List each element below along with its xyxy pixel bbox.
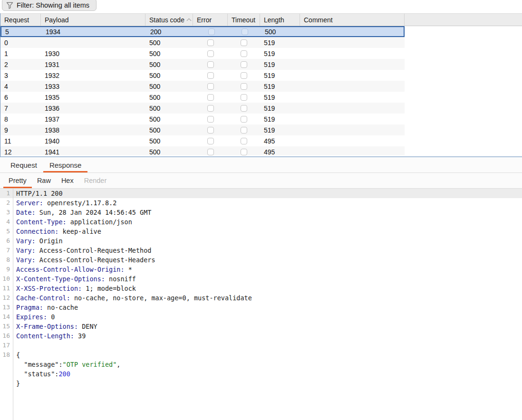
line-number: 7 xyxy=(0,246,10,255)
table-row[interactable]: 81937500519 xyxy=(0,114,405,124)
error-checkbox[interactable] xyxy=(207,50,214,57)
cell-payload: 1938 xyxy=(41,126,145,134)
error-cell xyxy=(194,29,229,35)
column-header-comment[interactable]: Comment xyxy=(300,14,405,26)
error-cell xyxy=(193,149,228,155)
timeout-checkbox[interactable] xyxy=(241,116,247,123)
tab-request[interactable]: Request xyxy=(4,158,43,172)
tab-raw[interactable]: Raw xyxy=(32,173,56,188)
error-checkbox[interactable] xyxy=(207,105,214,112)
code-line: 1HTTP/1.1 200 xyxy=(0,189,522,198)
column-header-request[interactable]: Request xyxy=(0,14,41,26)
error-cell xyxy=(193,61,228,68)
timeout-checkbox[interactable] xyxy=(241,94,247,101)
table-row[interactable]: 0500519 xyxy=(0,37,405,48)
cell-status-code: 500 xyxy=(145,148,193,156)
code-line: 14Expires: 0 xyxy=(0,312,522,322)
timeout-checkbox[interactable] xyxy=(241,83,247,90)
error-checkbox[interactable] xyxy=(207,116,214,123)
cell-length: 519 xyxy=(260,115,300,123)
response-editor[interactable]: 1HTTP/1.1 2002Server: openresty/1.17.8.2… xyxy=(0,189,522,420)
timeout-checkbox[interactable] xyxy=(241,50,247,57)
code-text: X-XSS-Protection: 1; mode=block xyxy=(16,284,136,293)
error-checkbox[interactable] xyxy=(207,61,214,68)
timeout-cell xyxy=(228,39,260,46)
timeout-checkbox[interactable] xyxy=(241,138,247,144)
timeout-checkbox[interactable] xyxy=(241,72,247,79)
error-checkbox[interactable] xyxy=(207,127,214,134)
error-checkbox[interactable] xyxy=(207,138,214,144)
code-line: "message":"OTP verified", xyxy=(0,360,522,369)
code-text: Vary: Access-Control-Request-Headers xyxy=(16,255,155,265)
cell-request: 4 xyxy=(0,83,41,90)
cell-request: 9 xyxy=(0,126,41,134)
table-row[interactable]: 41933500519 xyxy=(0,81,405,92)
table-row[interactable]: 51934200500 xyxy=(0,26,405,37)
line-number: 6 xyxy=(0,236,10,246)
table-row[interactable]: 111940500495 xyxy=(0,135,405,146)
table-row[interactable]: 61935500519 xyxy=(0,92,405,103)
column-header-length[interactable]: Length xyxy=(260,14,300,26)
column-label: Comment xyxy=(304,16,333,24)
column-header-timeout[interactable]: Timeout xyxy=(228,14,260,26)
cell-length: 500 xyxy=(261,28,301,36)
timeout-checkbox[interactable] xyxy=(241,127,247,134)
error-checkbox[interactable] xyxy=(207,149,214,155)
timeout-cell xyxy=(228,116,260,123)
tab-response[interactable]: Response xyxy=(43,158,88,172)
table-row[interactable]: 21931500519 xyxy=(0,59,405,70)
cell-request: 8 xyxy=(0,115,41,123)
filter-label: Filter: Showing all items xyxy=(17,1,89,9)
tab-pretty[interactable]: Pretty xyxy=(3,173,32,188)
line-number: 16 xyxy=(0,331,10,341)
error-checkbox[interactable] xyxy=(207,39,214,46)
line-number: 12 xyxy=(0,293,10,303)
code-line: 11X-XSS-Protection: 1; mode=block xyxy=(0,284,522,293)
timeout-checkbox[interactable] xyxy=(241,149,247,155)
error-checkbox[interactable] xyxy=(207,83,214,90)
column-header-error[interactable]: Error xyxy=(193,14,228,26)
code-line: 6Vary: Origin xyxy=(0,236,522,246)
column-label: Error xyxy=(197,16,212,24)
timeout-cell xyxy=(228,50,260,57)
line-number: 2 xyxy=(0,198,10,208)
code-text: Connection: keep-alive xyxy=(16,227,101,236)
editor-lines: 1HTTP/1.1 2002Server: openresty/1.17.8.2… xyxy=(0,189,522,388)
timeout-checkbox[interactable] xyxy=(241,105,247,112)
column-header-payload[interactable]: Payload xyxy=(41,14,145,26)
table-row[interactable]: 11930500519 xyxy=(0,48,405,59)
line-number: 3 xyxy=(0,208,10,217)
code-text: X-Content-Type-Options: nosniff xyxy=(16,274,136,284)
timeout-cell xyxy=(228,94,260,101)
cell-payload: 1931 xyxy=(41,61,145,68)
cell-payload: 1936 xyxy=(41,105,145,112)
code-line: "status":200 xyxy=(0,369,522,379)
column-label: Length xyxy=(264,16,284,24)
view-tabs: PrettyRawHexRender xyxy=(0,173,522,189)
error-checkbox[interactable] xyxy=(207,94,214,101)
timeout-checkbox[interactable] xyxy=(241,39,247,46)
table-row[interactable]: 31932500519 xyxy=(0,70,405,81)
error-cell xyxy=(193,39,228,46)
timeout-cell xyxy=(228,149,260,155)
cell-length: 519 xyxy=(260,94,300,101)
cell-payload: 1937 xyxy=(41,115,145,123)
code-text: Date: Sun, 28 Jan 2024 14:56:45 GMT xyxy=(16,208,151,217)
timeout-cell xyxy=(228,61,260,68)
error-checkbox[interactable] xyxy=(208,29,215,35)
timeout-cell xyxy=(228,127,260,134)
table-row[interactable]: 71936500519 xyxy=(0,103,405,114)
filter-button[interactable]: Filter: Showing all items xyxy=(2,0,97,11)
code-text: Access-Control-Allow-Origin: * xyxy=(16,265,132,274)
error-checkbox[interactable] xyxy=(207,72,214,79)
column-header-status-code[interactable]: Status code xyxy=(145,14,193,26)
table-row[interactable]: 91938500519 xyxy=(0,124,405,135)
code-line: 2Server: openresty/1.17.8.2 xyxy=(0,198,522,208)
table-row[interactable]: 121941500495 xyxy=(0,146,405,155)
line-number: 11 xyxy=(0,284,10,293)
cell-request: 12 xyxy=(0,148,41,156)
timeout-checkbox[interactable] xyxy=(242,29,248,35)
tab-hex[interactable]: Hex xyxy=(56,173,79,188)
timeout-checkbox[interactable] xyxy=(241,61,247,68)
cell-request: 5 xyxy=(1,28,42,36)
